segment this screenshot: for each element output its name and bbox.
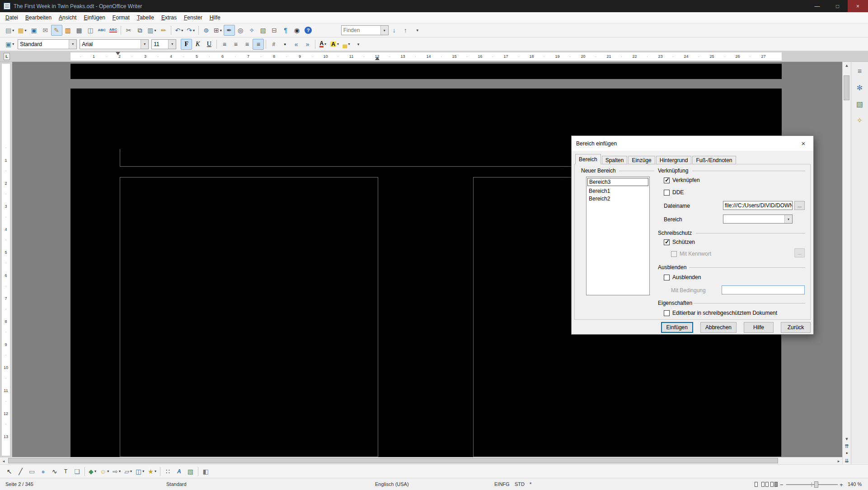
menu-item[interactable]: Format xyxy=(109,13,133,23)
help-button[interactable]: ? xyxy=(303,25,314,36)
protect-checkbox[interactable]: Schützen xyxy=(664,238,695,246)
scroll-left-button[interactable]: ◂ xyxy=(0,459,7,463)
menu-item[interactable]: Einfügen xyxy=(80,13,108,23)
tab-fussendnoten[interactable]: Fuß-/Endnoten xyxy=(692,156,736,164)
table-button[interactable]: ⊞ xyxy=(212,25,224,36)
increase-indent-button[interactable]: » xyxy=(302,39,313,50)
edit-points-button[interactable]: ∷ xyxy=(162,466,174,477)
find-replace-button[interactable]: ◎ xyxy=(235,25,246,36)
back-button[interactable]: Zurück xyxy=(781,322,811,333)
tab-hintergrund[interactable]: Hintergrund xyxy=(656,156,692,164)
multi-page-view-button[interactable] xyxy=(761,481,769,488)
section-list[interactable]: Bereich3 Bereich1Bereich2 xyxy=(586,177,650,295)
hyperlink-button[interactable]: ⊚ xyxy=(201,25,212,36)
section-select-dropdown-button[interactable] xyxy=(784,215,792,223)
font-color-button[interactable]: A xyxy=(317,39,328,50)
font-name-combo[interactable]: Arial xyxy=(80,39,149,49)
from-file-button[interactable]: ▧ xyxy=(185,466,196,477)
section-list-item[interactable]: Bereich2 xyxy=(586,195,649,202)
export-pdf-button[interactable]: ▥ xyxy=(62,25,74,36)
menu-item[interactable]: Hilfe xyxy=(206,13,224,23)
font-size-dropdown-button[interactable] xyxy=(168,40,176,49)
dialog-close-button[interactable]: × xyxy=(793,136,813,151)
find-previous-button[interactable]: ↑ xyxy=(400,25,411,36)
tab-spalten[interactable]: Spalten xyxy=(602,156,628,164)
password-browse-button[interactable]: ... xyxy=(794,248,805,257)
rectangle-button[interactable]: ▭ xyxy=(26,466,38,477)
navigator-button[interactable]: ✧ xyxy=(246,25,258,36)
block-arrows-button[interactable]: ⇨ xyxy=(111,466,122,477)
toolbar-overflow-button[interactable]: ▾ xyxy=(414,25,421,36)
page-preview-button[interactable]: ◫ xyxy=(85,25,96,36)
horizontal-scroll-track[interactable] xyxy=(7,457,835,464)
paste-button[interactable]: ▥ xyxy=(145,25,158,36)
fontwork-button[interactable]: A xyxy=(174,466,185,477)
next-page-button[interactable]: ⇊ xyxy=(843,457,851,464)
redo-button[interactable]: ↷ xyxy=(185,25,197,36)
language-indicator[interactable]: Englisch (USA) xyxy=(375,481,409,487)
toolbar-overflow-button[interactable]: ▾ xyxy=(355,39,362,50)
close-button[interactable]: × xyxy=(848,0,868,12)
justify-button[interactable]: ≡ xyxy=(253,39,264,50)
section-select[interactable] xyxy=(723,215,793,224)
scroll-right-button[interactable]: ▸ xyxy=(835,459,842,463)
callout-button[interactable]: ❏ xyxy=(71,466,83,477)
book-view-button[interactable] xyxy=(770,481,778,488)
paragraph-style-combo[interactable]: Standard xyxy=(18,39,77,49)
minimize-button[interactable]: — xyxy=(807,0,827,12)
bold-button[interactable]: F xyxy=(181,39,192,50)
condition-input[interactable] xyxy=(722,285,805,294)
background-color-button[interactable]: ▄ xyxy=(341,39,352,50)
filename-input[interactable]: file:///C:/Users/DIVID/DOWN xyxy=(723,201,793,210)
tab-bereich[interactable]: Bereich xyxy=(575,154,601,164)
extrusion-button[interactable]: ◧ xyxy=(200,466,211,477)
section-list-item[interactable]: Bereich1 xyxy=(586,187,649,195)
freeform-button[interactable]: ∿ xyxy=(49,466,60,477)
cancel-button[interactable]: Abbrechen xyxy=(700,322,737,333)
text-button[interactable]: T xyxy=(60,466,71,477)
ellipse-button[interactable]: ● xyxy=(38,466,49,477)
insert-mode-indicator[interactable]: EINFG xyxy=(494,481,510,487)
menu-item[interactable]: Datei xyxy=(2,13,22,23)
numbered-list-button[interactable]: # xyxy=(268,39,279,50)
flowchart-button[interactable]: ▱ xyxy=(122,466,134,477)
symbol-shapes-button[interactable]: ☺ xyxy=(98,466,111,477)
menu-item[interactable]: Tabelle xyxy=(133,13,158,23)
zoom-slider-thumb[interactable] xyxy=(814,481,818,488)
save-button[interactable]: ▣ xyxy=(28,25,40,36)
zoom-level[interactable]: 140 % xyxy=(848,481,862,487)
dde-checkbox[interactable]: DDE xyxy=(664,189,684,196)
vertical-scroll-thumb[interactable] xyxy=(844,75,849,100)
text-frame-left[interactable] xyxy=(120,177,378,457)
paragraph-style-dropdown-button[interactable] xyxy=(69,40,76,49)
email-button[interactable]: ✉ xyxy=(40,25,51,36)
hide-checkbox[interactable]: Ausblenden xyxy=(664,274,701,281)
scroll-up-button[interactable]: ▲ xyxy=(843,62,851,69)
horizontal-scrollbar[interactable]: ◂ ▸ xyxy=(0,457,842,464)
editable-checkbox[interactable]: Editierbar in schreibgeschütztem Dokumen… xyxy=(664,309,777,317)
menu-item[interactable]: Fenster xyxy=(180,13,206,23)
filename-browse-button[interactable]: ... xyxy=(794,201,805,210)
autospellcheck-button[interactable]: ABC xyxy=(108,25,119,36)
font-size-combo[interactable]: 11 xyxy=(151,39,176,49)
indent-marker-first-line[interactable] xyxy=(116,52,120,55)
font-name-dropdown-button[interactable] xyxy=(141,40,148,49)
sidebar-menu-icon[interactable]: ≡ xyxy=(854,65,866,77)
spellcheck-button[interactable]: ABC xyxy=(96,25,108,36)
tab-type-selector[interactable]: L xyxy=(4,53,10,60)
open-button[interactable]: ▦ xyxy=(16,25,28,36)
horizontal-ruler[interactable]: L 12345678910111213141516171819202122232… xyxy=(0,51,868,62)
section-name-input[interactable]: Bereich3 xyxy=(587,178,648,186)
selection-mode-indicator[interactable]: STD xyxy=(515,481,525,487)
find-next-button[interactable]: ↓ xyxy=(389,25,400,36)
password-checkbox[interactable]: Mit Kennwort xyxy=(671,250,711,257)
page-style-indicator[interactable]: Standard xyxy=(166,481,187,487)
zoom-in-button[interactable]: + xyxy=(840,481,843,488)
print-button[interactable]: ▩ xyxy=(74,25,85,36)
single-page-view-button[interactable] xyxy=(752,481,760,488)
basic-shapes-button[interactable]: ◆ xyxy=(87,466,98,477)
format-paintbrush-button[interactable]: ✏ xyxy=(158,25,169,36)
sidebar-gallery-icon[interactable]: ▧ xyxy=(854,98,866,110)
line-button[interactable]: ╱ xyxy=(15,466,26,477)
zoom-out-button[interactable]: − xyxy=(780,481,784,488)
